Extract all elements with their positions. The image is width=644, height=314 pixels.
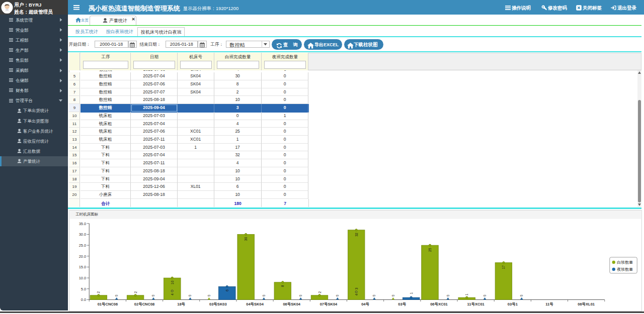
svg-text:4: 4 [170,293,174,295]
svg-text:25: 25 [428,248,432,252]
svg-text:0: 0 [482,294,486,296]
svg-text:0: 0 [207,294,210,296]
svg-text:06号XL01: 06号XL01 [578,301,595,306]
svg-text:10: 10 [170,280,174,284]
svg-text:0: 0 [446,294,449,296]
svg-text:11号: 11号 [545,301,553,306]
svg-text:17: 17 [502,265,505,269]
svg-text:8: 8 [281,285,284,287]
svg-text:0.0: 0.0 [80,297,86,302]
svg-text:0: 0 [298,294,302,296]
svg-text:白班数量: 白班数量 [617,260,633,265]
svg-text:0: 0 [336,294,339,296]
svg-text:0: 0 [262,294,265,296]
svg-text:30: 30 [244,237,248,241]
svg-text:0: 0 [115,294,118,296]
svg-text:1: 1 [465,293,468,295]
svg-text:11号XC01: 11号XC01 [467,301,484,306]
svg-text:夜班数量: 夜班数量 [617,267,633,272]
svg-text:18号: 18号 [177,301,185,306]
svg-text:03号: 03号 [398,301,406,306]
svg-text:3: 3 [354,287,358,289]
svg-text:0: 0 [151,294,155,296]
svg-text:01号CNC06: 01号CNC06 [97,301,117,306]
svg-text:04号SK04: 04号SK04 [246,301,264,306]
svg-text:1: 1 [409,292,413,294]
svg-text:2: 2 [97,291,100,293]
svg-text:02号CNC08: 02号CNC08 [134,301,154,306]
svg-text:25.0: 25.0 [78,243,86,247]
svg-text:35.0: 35.0 [78,221,86,226]
svg-text:03号SK03: 03号SK03 [209,301,227,306]
svg-text:0: 0 [520,294,523,296]
svg-text:10.0: 10.0 [78,275,86,280]
svg-text:4: 4 [354,293,358,295]
svg-text:32: 32 [354,232,358,236]
svg-text:5.0: 5.0 [80,286,86,291]
svg-text:07号SK04: 07号SK04 [319,301,337,306]
svg-text:04号: 04号 [361,301,369,306]
svg-text:03号1: 03号1 [507,301,517,306]
svg-text:0: 0 [391,294,394,296]
svg-text:0: 0 [188,294,192,296]
svg-text:0: 0 [372,294,376,296]
svg-text:20.0: 20.0 [78,254,86,258]
svg-text:2: 2 [317,291,321,293]
svg-text:6: 6 [225,289,228,291]
svg-text:06号SK04: 06号SK04 [283,301,300,306]
svg-text:06号XC01: 06号XC01 [430,301,448,306]
svg-text:工时机床图标: 工时机床图标 [75,212,99,216]
svg-text:2: 2 [133,291,137,293]
svg-text:15.0: 15.0 [78,265,86,269]
svg-text:30.0: 30.0 [78,232,86,237]
